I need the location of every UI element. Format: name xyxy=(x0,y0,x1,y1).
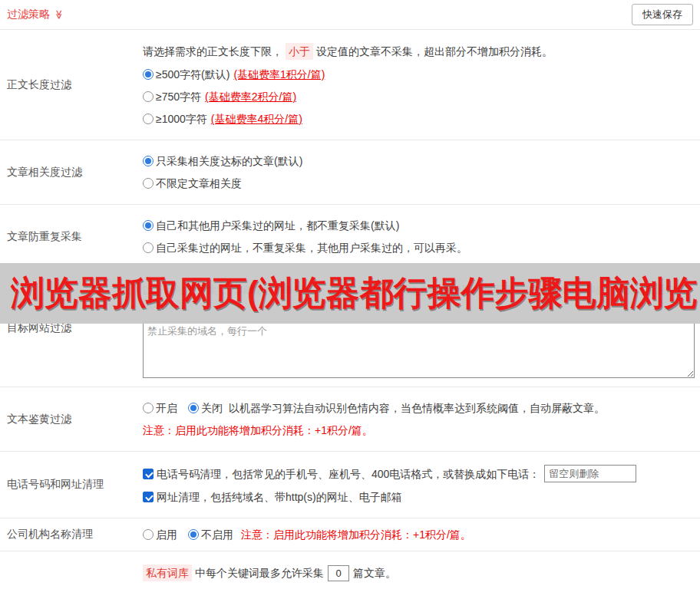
section-relevance-filter: 文章相关度过滤 只采集相关度达标的文章(默认) 不限定文章相关度 xyxy=(0,140,700,205)
section-dedup-collection: 文章防重复采集 自己和其他用户采集过的网址，都不重复采集(默认) 自己采集过的网… xyxy=(0,205,700,269)
relevance-option-strict-label: 只采集相关度达标的文章(默认) xyxy=(156,153,302,169)
relevance-option-strict[interactable]: 只采集相关度达标的文章(默认) xyxy=(143,153,694,169)
quick-save-button[interactable]: 快速保存 xyxy=(632,4,693,25)
radio-icon[interactable] xyxy=(143,529,154,540)
dedup-option-self[interactable]: 自己采集过的网址，不重复采集，其他用户采集过的，可以再采。 xyxy=(143,240,694,255)
company-cleanup-options: 启用 不启用 注意：启用此功能将增加积分消耗：+1积分/篇。 xyxy=(143,527,694,542)
length-option-1000-label: ≥1000字符 xyxy=(156,111,207,127)
section-porn-filter: 文本鉴黄过滤 开启 关闭 以机器学习算法自动识别色情内容，当色情概率达到系统阈值… xyxy=(0,387,700,452)
length-intro-pre: 请选择需求的正文长度下限， xyxy=(143,44,282,59)
keyword-count-input[interactable] xyxy=(328,565,349,581)
section-label: 电话号码和网址清理 xyxy=(0,478,143,492)
chevron-double-down-icon: ≫ xyxy=(54,10,64,20)
section-content: 启用 不启用 注意：启用此功能将增加积分消耗：+1积分/篇。 xyxy=(143,518,700,551)
keyword-limit-row: 私有词库 中每个关键词最多允许采集 篇文章。 xyxy=(143,564,694,581)
replacement-phone-input[interactable] xyxy=(544,465,636,482)
overlay-caption-text: 浏览器抓取网页(浏览器都行操作步骤电脑浏览 xyxy=(0,271,698,316)
checkbox-icon[interactable] xyxy=(143,492,154,502)
blocked-domains-textarea[interactable] xyxy=(143,321,695,378)
page-title-label: 过滤策略 xyxy=(7,8,50,21)
dedup-option-global-label: 自己和其他用户采集过的网址，都不重复采集(默认) xyxy=(156,218,399,233)
radio-icon[interactable] xyxy=(143,114,154,124)
dedup-option-global[interactable]: 自己和其他用户采集过的网址，都不重复采集(默认) xyxy=(143,218,694,233)
section-content: 自己和其他用户采集过的网址，都不重复采集(默认) 自己采集过的网址，不重复采集，… xyxy=(143,205,700,268)
company-off-label[interactable]: 不启用 xyxy=(201,527,233,542)
company-note: 注意：启用此功能将增加积分消耗：+1积分/篇。 xyxy=(241,527,471,542)
dedup-option-self-label: 自己采集过的网址，不重复采集，其他用户采集过的，可以再采。 xyxy=(156,240,467,255)
length-option-750-note: (基础费率2积分/篇) xyxy=(205,89,296,104)
section-phone-url-cleanup: 电话号码和网址清理 电话号码清理，包括常见的手机号、座机号、400电话格式，或替… xyxy=(0,452,700,518)
radio-icon[interactable] xyxy=(143,178,154,189)
section-keyword-dedup: 关键词防重复采集 私有词库 中每个关键词最多允许采集 篇文章。 如果留空或设为0… xyxy=(0,551,700,589)
keyword-limit-text: 中每个关键词最多允许采集 xyxy=(195,565,324,581)
length-intro-post: 设定值的文章不采集，超出部分不增加积分消耗。 xyxy=(316,44,553,59)
radio-icon[interactable] xyxy=(143,156,154,166)
section-label: 文章防重复采集 xyxy=(0,230,143,244)
url-cleanup-label: 网址清理，包括纯域名、带http(s)的网址、电子邮箱 xyxy=(157,489,402,505)
private-lexicon-badge[interactable]: 私有词库 xyxy=(143,564,192,581)
relevance-option-any-label: 不限定文章相关度 xyxy=(156,176,242,191)
page-title[interactable]: 过滤策略 ≫ xyxy=(7,8,64,21)
section-body-length-filter: 正文长度过滤 请选择需求的正文长度下限， 小于 设定值的文章不采集，超出部分不增… xyxy=(0,30,700,140)
radio-icon[interactable] xyxy=(188,403,199,413)
radio-icon[interactable] xyxy=(188,529,199,540)
length-option-500-note: (基础费率1积分/篇) xyxy=(233,67,325,82)
porn-filter-options: 开启 关闭 以机器学习算法自动识别色情内容，当色情概率达到系统阈值，自动屏蔽文章… xyxy=(143,400,694,416)
checkbox-icon[interactable] xyxy=(143,469,154,479)
length-option-1000-note: (基础费率4积分/篇) xyxy=(211,111,302,127)
relevance-option-any[interactable]: 不限定文章相关度 xyxy=(143,176,694,191)
filter-settings-page: 过滤策略 ≫ 快速保存 正文长度过滤 请选择需求的正文长度下限， 小于 设定值的… xyxy=(0,0,700,589)
section-content: 请选择需求的正文长度下限， 小于 设定值的文章不采集，超出部分不增加积分消耗。 … xyxy=(143,30,700,140)
section-content: 只采集相关度达标的文章(默认) 不限定文章相关度 xyxy=(143,140,700,204)
section-content: 电话号码清理，包括常见的手机号、座机号、400电话格式，或替换成如下电话： 网址… xyxy=(143,452,700,518)
section-label: 公司机构名称清理 xyxy=(0,528,143,541)
top-bar: 过滤策略 ≫ 快速保存 xyxy=(0,0,700,30)
radio-icon[interactable] xyxy=(143,242,154,253)
overlay-caption-banner: 浏览器抓取网页(浏览器都行操作步骤电脑浏览 xyxy=(0,263,700,324)
length-option-500-label: ≥500字符(默认) xyxy=(156,67,229,82)
keyword-limit-suffix: 篇文章。 xyxy=(353,565,396,581)
section-company-name-cleanup: 公司机构名称清理 启用 不启用 注意：启用此功能将增加积分消耗：+1积分/篇。 xyxy=(0,518,700,551)
porn-note: 注意：启用此功能将增加积分消耗：+1积分/篇。 xyxy=(143,423,694,438)
radio-icon[interactable] xyxy=(143,91,154,102)
phone-cleanup-label: 电话号码清理，包括常见的手机号、座机号、400电话格式，或替换成如下电话： xyxy=(157,466,540,482)
length-option-1000[interactable]: ≥1000字符 (基础费率4积分/篇) xyxy=(143,111,694,127)
section-label: 正文长度过滤 xyxy=(0,78,143,92)
porn-off-label[interactable]: 关闭 xyxy=(201,400,223,416)
length-intro-highlight: 小于 xyxy=(286,43,313,60)
url-cleanup-row: 网址清理，包括纯域名、带http(s)的网址、电子邮箱 xyxy=(143,489,694,505)
porn-on-label[interactable]: 开启 xyxy=(156,400,177,416)
length-option-750-label: ≥750字符 xyxy=(156,89,201,104)
radio-icon[interactable] xyxy=(143,403,154,413)
phone-cleanup-row: 电话号码清理，包括常见的手机号、座机号、400电话格式，或替换成如下电话： xyxy=(143,465,694,482)
length-intro: 请选择需求的正文长度下限， 小于 设定值的文章不采集，超出部分不增加积分消耗。 xyxy=(143,43,694,60)
radio-icon[interactable] xyxy=(143,69,154,80)
radio-icon[interactable] xyxy=(143,220,154,231)
porn-desc: 以机器学习算法自动识别色情内容，当色情概率达到系统阈值，自动屏蔽文章。 xyxy=(229,400,605,416)
length-option-500[interactable]: ≥500字符(默认) (基础费率1积分/篇) xyxy=(143,67,694,82)
company-on-label[interactable]: 启用 xyxy=(156,527,177,542)
section-label: 文本鉴黄过滤 xyxy=(0,413,143,426)
section-content: 开启 关闭 以机器学习算法自动识别色情内容，当色情概率达到系统阈值，自动屏蔽文章… xyxy=(143,387,700,451)
length-option-750[interactable]: ≥750字符 (基础费率2积分/篇) xyxy=(143,89,694,104)
section-content: 私有词库 中每个关键词最多允许采集 篇文章。 如果留空或设为0，则不限篇数。 如… xyxy=(143,551,700,589)
section-label: 文章相关度过滤 xyxy=(0,166,143,179)
